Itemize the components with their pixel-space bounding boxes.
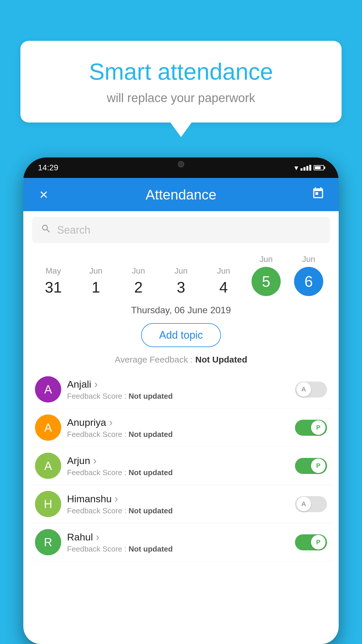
speech-bubble: Smart attendance will replace your paper… bbox=[20, 41, 342, 123]
date-month: Jun bbox=[89, 266, 102, 276]
attendance-toggle[interactable]: A bbox=[295, 382, 327, 398]
date-day: 1 bbox=[92, 279, 100, 296]
student-feedback: Feedback Score : Not updated bbox=[67, 392, 289, 401]
app-header: × Attendance bbox=[23, 178, 339, 211]
student-list: AAnjaliFeedback Score : Not updatedAAAnu… bbox=[23, 370, 339, 644]
app-title: Attendance bbox=[146, 187, 217, 203]
bubble-subtitle: will replace your paperwork bbox=[44, 91, 318, 105]
date-item[interactable]: Jun1 bbox=[81, 266, 110, 296]
phone-frame: 14:29 ▾ × Attendance bbox=[23, 158, 339, 644]
date-month: Jun bbox=[132, 266, 145, 276]
bubble-title: Smart attendance bbox=[44, 58, 318, 85]
close-button[interactable]: × bbox=[35, 186, 52, 203]
student-item: AAnjaliFeedback Score : Not updatedA bbox=[29, 370, 333, 409]
search-icon bbox=[41, 223, 51, 237]
student-item: HHimanshuFeedback Score : Not updatedA bbox=[29, 485, 333, 523]
student-avatar: R bbox=[35, 529, 61, 555]
student-avatar: A bbox=[35, 453, 61, 479]
date-day: 31 bbox=[45, 279, 62, 296]
student-info: RahulFeedback Score : Not updated bbox=[67, 531, 289, 554]
status-icons: ▾ bbox=[294, 163, 324, 172]
student-feedback: Feedback Score : Not updated bbox=[67, 545, 289, 554]
attendance-toggle-container: P bbox=[295, 420, 327, 436]
toggle-knob: P bbox=[311, 459, 326, 473]
date-day: 5 bbox=[262, 273, 270, 290]
date-day: 6 bbox=[305, 273, 313, 290]
student-name[interactable]: Arjun bbox=[67, 455, 289, 467]
student-item: RRahulFeedback Score : Not updatedP bbox=[29, 523, 333, 561]
date-day: 4 bbox=[219, 279, 228, 296]
attendance-toggle-container: A bbox=[295, 496, 327, 512]
wifi-icon: ▾ bbox=[294, 163, 298, 172]
app-content: × Attendance Search May31Jun1Jun2 bbox=[23, 178, 339, 644]
attendance-toggle-container: P bbox=[295, 534, 327, 550]
calendar-icon[interactable] bbox=[310, 187, 327, 202]
toggle-knob: A bbox=[296, 382, 311, 397]
student-info: AnjaliFeedback Score : Not updated bbox=[67, 378, 289, 401]
student-name[interactable]: Himanshu bbox=[67, 493, 289, 505]
student-name[interactable]: Anupriya bbox=[67, 416, 289, 429]
date-day: 2 bbox=[134, 279, 143, 296]
avg-feedback-label: Average Feedback : bbox=[115, 355, 195, 364]
date-item[interactable]: Jun4 bbox=[209, 266, 238, 296]
student-item: AAnupriyaFeedback Score : Not updatedP bbox=[29, 409, 333, 447]
student-name[interactable]: Anjali bbox=[67, 378, 289, 391]
date-month: May bbox=[46, 266, 61, 276]
front-camera bbox=[178, 161, 184, 167]
student-feedback: Feedback Score : Not updated bbox=[67, 468, 289, 477]
student-avatar: H bbox=[35, 491, 61, 517]
attendance-toggle-container: A bbox=[295, 382, 327, 398]
status-time: 14:29 bbox=[38, 163, 58, 172]
search-bar[interactable]: Search bbox=[32, 217, 330, 243]
date-month: Jun bbox=[174, 266, 187, 276]
student-name[interactable]: Rahul bbox=[67, 531, 289, 543]
search-input[interactable]: Search bbox=[57, 224, 90, 236]
selected-date-label: Thursday, 06 June 2019 bbox=[23, 302, 339, 318]
student-info: AnupriyaFeedback Score : Not updated bbox=[67, 416, 289, 439]
date-picker: May31Jun1Jun2Jun3Jun4Jun5Jun6 bbox=[23, 249, 339, 302]
student-avatar: A bbox=[35, 376, 61, 402]
avg-feedback-value: Not Updated bbox=[195, 355, 247, 364]
status-bar: 14:29 ▾ bbox=[23, 158, 339, 178]
date-day: 3 bbox=[177, 279, 185, 296]
student-info: ArjunFeedback Score : Not updated bbox=[67, 455, 289, 477]
search-container: Search bbox=[23, 211, 339, 249]
date-item[interactable]: May31 bbox=[39, 266, 68, 296]
date-item[interactable]: Jun6 bbox=[294, 255, 323, 296]
attendance-toggle[interactable]: A bbox=[295, 496, 327, 512]
student-info: HimanshuFeedback Score : Not updated bbox=[67, 493, 289, 515]
toggle-knob: P bbox=[311, 420, 326, 435]
toggle-knob: A bbox=[296, 497, 311, 511]
date-item[interactable]: Jun2 bbox=[124, 266, 153, 296]
add-topic-container: Add topic bbox=[23, 318, 339, 352]
student-avatar: A bbox=[35, 414, 61, 441]
battery-fill bbox=[315, 166, 321, 169]
speech-bubble-container: Smart attendance will replace your paper… bbox=[20, 41, 342, 123]
date-month: Jun bbox=[302, 255, 315, 264]
student-feedback: Feedback Score : Not updated bbox=[67, 430, 289, 439]
student-feedback: Feedback Score : Not updated bbox=[67, 506, 289, 515]
attendance-toggle[interactable]: P bbox=[295, 534, 327, 550]
battery-icon bbox=[314, 165, 324, 170]
average-feedback: Average Feedback : Not Updated bbox=[23, 352, 339, 370]
date-month: Jun bbox=[259, 255, 273, 264]
attendance-toggle[interactable]: P bbox=[295, 458, 327, 474]
attendance-toggle-container: P bbox=[295, 458, 327, 474]
phone-notch bbox=[164, 158, 198, 171]
attendance-toggle[interactable]: P bbox=[295, 420, 327, 436]
date-item[interactable]: Jun3 bbox=[166, 266, 196, 296]
toggle-knob: P bbox=[311, 535, 326, 550]
signal-icon bbox=[301, 165, 311, 171]
date-month: Jun bbox=[217, 266, 230, 276]
student-item: AArjunFeedback Score : Not updatedP bbox=[29, 447, 333, 485]
add-topic-button[interactable]: Add topic bbox=[141, 323, 221, 347]
date-item[interactable]: Jun5 bbox=[252, 255, 281, 296]
